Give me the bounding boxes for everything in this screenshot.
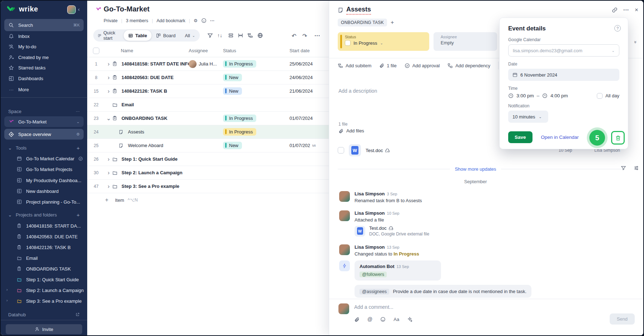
status-badge[interactable]: In Progress	[223, 128, 256, 136]
chevron-right-icon[interactable]: ›	[105, 88, 112, 94]
sidebar-item-step3[interactable]: Step 3: See a Pro example	[4, 296, 84, 306]
status-field[interactable]: Status In Progress ⌄	[338, 32, 429, 51]
add-subitem-button[interactable]: Add subitem	[338, 63, 371, 68]
table-row[interactable]: 47 › Step 3: See a Pro example	[87, 180, 329, 193]
sidebar-item-task-due-date[interactable]: 1408420563: DUE DATE	[4, 231, 84, 242]
status-badge[interactable]: New	[223, 142, 242, 149]
gear-icon[interactable]: ⚙	[194, 18, 198, 23]
open-in-calendar-link[interactable]: Open in Calendar	[541, 135, 579, 140]
start-date[interactable]: 01/07/202	[289, 143, 310, 148]
paperclip-icon[interactable]	[354, 317, 360, 322]
status-badge[interactable]: In Progress	[223, 115, 256, 122]
row-height-icon[interactable]	[228, 33, 234, 38]
comment-input[interactable]: Add a comment...	[354, 304, 393, 310]
activity-settings-icon[interactable]	[634, 165, 639, 171]
sidebar-item-search[interactable]: Search ⌘K	[4, 19, 84, 31]
close-icon[interactable]: ×	[635, 6, 638, 14]
task-name[interactable]: Welcome Aboard	[128, 143, 189, 148]
table-row[interactable]: 15 › 1408422126: TASK B New 21/06/2024	[87, 84, 329, 98]
more-icon[interactable]: ···	[314, 33, 320, 39]
time-end[interactable]: 4:00 pm	[550, 93, 568, 98]
add-approval-button[interactable]: Add approval	[405, 63, 440, 68]
gear-icon[interactable]: ⚙	[76, 132, 80, 137]
column-header-assignee[interactable]: Assignee	[189, 48, 223, 53]
sidebar-item-productivity-dashboard[interactable]: My Productivity Dashboa...	[4, 175, 84, 186]
sidebar-item-project-planning[interactable]: Project planning - Go-To...	[4, 196, 84, 207]
sidebar-item-space-overview[interactable]: Space overview ⚙	[4, 129, 84, 140]
globe-icon[interactable]	[257, 33, 263, 38]
task-name[interactable]: 1408422126: TASK B	[122, 88, 189, 94]
more-icon[interactable]: ···	[210, 18, 215, 23]
sidebar-item-gtm-calendar[interactable]: Go-To Market Calendar	[4, 153, 84, 164]
folder-name[interactable]: Email	[122, 102, 189, 107]
sidebar-item-space-go-to-market[interactable]: Go-To-Market ⌄	[4, 116, 84, 127]
column-header-name[interactable]: Name	[121, 48, 189, 53]
description-placeholder[interactable]: Add a description	[338, 88, 377, 94]
sidebar-item-gtm-projects[interactable]: Go-To Market Projects	[4, 164, 84, 175]
text-format-icon[interactable]: Aa	[393, 317, 399, 322]
mention-icon[interactable]: @	[367, 316, 372, 322]
all-day-checkbox[interactable]	[597, 93, 603, 99]
chevron-down-icon[interactable]: ⌄	[105, 115, 112, 122]
date-input[interactable]: 6 November 2024	[508, 69, 619, 81]
sidebar-item-inbox[interactable]: Inbox	[4, 31, 84, 42]
activity-author[interactable]: Lisa Simpson	[355, 191, 385, 196]
table-row[interactable]: 26 › Step 1: Quick Start Guide	[87, 152, 329, 166]
table-row[interactable]: 22 Email	[87, 98, 329, 112]
chevron-right-icon[interactable]: ›	[105, 61, 112, 67]
folder-name[interactable]: Step 1: Quick Start Guide	[122, 156, 189, 162]
table-row[interactable]: 25 Welcome Aboard New 01/07/202MI	[87, 139, 329, 152]
gcal-select[interactable]: lisa.simpson.demo23@gmail.com ⌄	[508, 44, 619, 57]
sidebar-item-step1[interactable]: Step 1: Quick Start Guide	[4, 274, 84, 285]
table-row[interactable]: 23 ⌄ ONBOARDING TASK In Progress 01/07/2…	[87, 112, 329, 125]
select-all-checkbox[interactable]	[93, 48, 99, 54]
chevron-right-icon[interactable]: ›	[105, 74, 112, 81]
start-date[interactable]: 01/07/2024	[289, 116, 329, 121]
privacy-label[interactable]: Private	[104, 18, 118, 23]
collapse-sidebar-icon[interactable]: ‹	[78, 6, 80, 12]
add-project-icon[interactable]: +	[76, 212, 80, 218]
chevron-right-icon[interactable]: ›	[105, 156, 112, 162]
files-button[interactable]: 1 file	[379, 63, 396, 68]
redo-icon[interactable]: ↷	[302, 33, 307, 39]
tools-section-header[interactable]: ⌄ Tools +	[4, 142, 84, 153]
info-icon[interactable]	[201, 18, 207, 23]
sidebar-item-task-start-date[interactable]: 1408418158: START DA...	[4, 220, 84, 231]
start-date[interactable]: 21/06/2024	[289, 88, 329, 94]
delete-event-button[interactable]	[611, 131, 625, 145]
column-header-status[interactable]: Status	[223, 48, 289, 53]
add-files-button[interactable]: Add files	[338, 128, 364, 133]
sidebar-item-email[interactable]: Email	[4, 253, 84, 263]
add-bookmark-button[interactable]: Add bookmark	[157, 18, 185, 23]
sidebar-item-my-todo[interactable]: My to-do	[4, 41, 84, 52]
complete-checkbox[interactable]	[345, 40, 351, 46]
tab-quick-start[interactable]: Quick start	[93, 29, 124, 42]
space-more-icon[interactable]: ···	[76, 109, 80, 113]
chevron-right-icon[interactable]: ›	[105, 170, 112, 176]
sidebar-item-more[interactable]: ··· More	[4, 84, 84, 95]
folder-name[interactable]: Step 2: Launch a Campaign	[122, 170, 189, 175]
status-badge[interactable]: New	[223, 87, 242, 95]
file-checkbox[interactable]	[338, 147, 344, 154]
avatar[interactable]	[67, 5, 76, 14]
projects-section-header[interactable]: ⌄ Projects and folders +	[4, 209, 84, 220]
sidebar-item-datahub[interactable]: Datahub	[4, 309, 84, 320]
parent-task-chip[interactable]: ONBOARDING TASK	[338, 19, 387, 26]
sidebar-item-step2[interactable]: Step 2: Launch a Campaign	[4, 285, 84, 296]
double-chevron-icon[interactable]: »	[633, 41, 638, 43]
status-badge[interactable]: In Progress	[223, 60, 256, 68]
chevron-right-icon[interactable]: ›	[105, 183, 112, 190]
task-name[interactable]: 1408418158: START DATE INFO	[122, 61, 189, 67]
sidebar-item-new-dashboard[interactable]: New dashboard	[4, 186, 84, 196]
sidebar-item-starred-tasks[interactable]: Starred tasks	[4, 62, 84, 73]
tab-board[interactable]: Board	[152, 29, 180, 42]
space-section-header[interactable]: Space ···	[4, 106, 84, 117]
members-label[interactable]: 3 members	[126, 18, 148, 23]
task-name[interactable]: 1408420563: DUE DATE	[122, 75, 189, 80]
add-tool-icon[interactable]: +	[76, 145, 80, 151]
sidebar-item-task-b[interactable]: 1408422126: TASK B	[4, 242, 84, 253]
more-icon[interactable]: ···	[623, 7, 629, 13]
undo-icon[interactable]: ↶	[292, 33, 296, 39]
add-item-row[interactable]: + Item ^⌥N	[87, 193, 329, 207]
all-day-toggle[interactable]: All day	[597, 93, 619, 99]
